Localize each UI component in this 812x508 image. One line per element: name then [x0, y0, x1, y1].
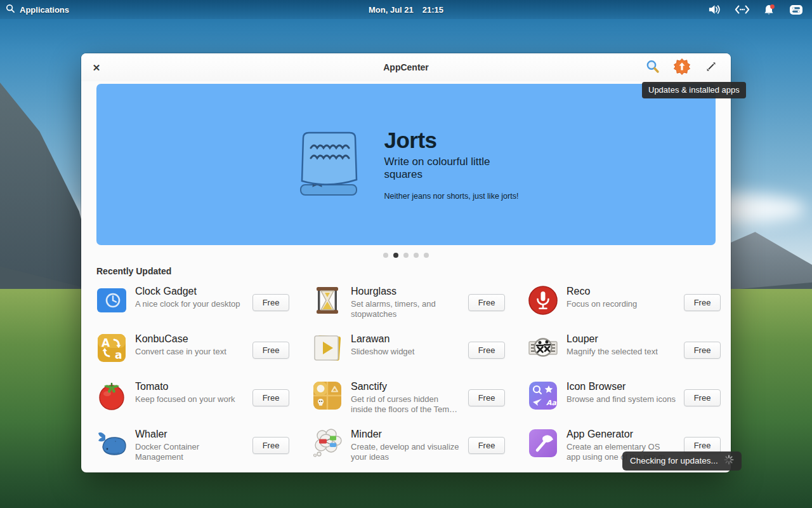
app-description: Docker Container Management: [135, 442, 244, 462]
case-convert-icon: Aa: [96, 333, 127, 363]
microphone-icon: [528, 285, 558, 316]
datetime[interactable]: Mon, Jul 2121:15: [0, 5, 812, 15]
app-name: Louper: [566, 333, 676, 345]
app-list-item[interactable]: Clock Gadget A nice clock for your deskt…: [96, 285, 289, 319]
app-description: Get rid of curses hidden inside the floo…: [351, 394, 460, 415]
app-description: Focus on recording: [566, 299, 676, 309]
app-name: Whaler: [135, 429, 244, 440]
mind-map-icon: [312, 428, 343, 458]
updates-badge-icon: [674, 58, 690, 77]
app-name: Sanctify: [351, 381, 460, 392]
app-list-item[interactable]: Minder Create, develop and visualize you…: [312, 428, 505, 462]
app-description: Browse and find system icons: [566, 394, 676, 404]
app-price-button[interactable]: Free: [684, 294, 721, 311]
jorts-app-icon: [292, 129, 367, 200]
app-name: App Generator: [566, 429, 676, 440]
app-generator-icon: [528, 428, 558, 458]
slideshow-icon: [312, 333, 343, 363]
app-list-item[interactable]: Aa KonbuCase Convert case in your text F…: [96, 333, 289, 367]
app-price-button[interactable]: Free: [468, 389, 505, 406]
app-list-item[interactable]: Hourglass Set alarms, timers, and stopwa…: [312, 285, 505, 319]
app-name: Reco: [566, 286, 676, 297]
app-list-item[interactable]: Whaler Docker Container Management Free: [96, 428, 289, 462]
app-price-button[interactable]: Free: [252, 342, 289, 359]
tooltip: Updates & installed apps: [642, 82, 746, 98]
svg-text:A: A: [102, 337, 110, 349]
app-price-button[interactable]: Free: [252, 294, 289, 311]
network-icon[interactable]: [735, 4, 750, 15]
carousel-dot[interactable]: [424, 253, 429, 258]
app-description: Convert case in your text: [135, 347, 244, 357]
app-list-item[interactable]: Reco Focus on recording Free: [528, 285, 721, 319]
volume-icon[interactable]: [708, 4, 721, 15]
app-name: Tomato: [135, 381, 244, 392]
app-list-item[interactable]: Tomato Keep focused on your work Free: [96, 380, 289, 415]
app-price-button[interactable]: Free: [684, 342, 721, 359]
carousel-dots: [81, 253, 731, 258]
banner-title: Jorts: [384, 128, 521, 153]
app-grid: Clock Gadget A nice clock for your deskt…: [96, 285, 716, 462]
toast-label: Checking for updates...: [630, 456, 718, 465]
carousel-dot[interactable]: [414, 253, 419, 258]
app-name: Clock Gadget: [135, 286, 244, 297]
app-description: A nice clock for your desktop: [135, 299, 244, 309]
icon-browser-icon: Aa: [528, 380, 558, 411]
titlebar[interactable]: ✕ AppCenter: [81, 53, 731, 81]
app-price-button[interactable]: Free: [684, 389, 721, 406]
svg-text:a: a: [115, 349, 122, 361]
spinner-icon: [724, 455, 734, 467]
app-description: Create, develop and visualize your ideas: [351, 442, 460, 462]
tomato-icon: [96, 380, 127, 411]
maximize-button[interactable]: [703, 59, 719, 76]
section-title: Recently Updated: [96, 266, 716, 276]
desktop: Applications Mon, Jul 2121:15 ✕ AppCente…: [0, 0, 812, 508]
app-list-item[interactable]: Larawan Slideshow widget Free: [312, 333, 505, 367]
updates-button[interactable]: [674, 59, 690, 76]
panel-date: Mon, Jul 21: [369, 5, 414, 15]
app-price-button[interactable]: Free: [468, 342, 505, 359]
maximize-icon: [705, 61, 717, 74]
panel-time: 21:15: [422, 5, 443, 15]
featured-banner[interactable]: Jorts Write on colourful little squares …: [96, 84, 716, 245]
magnify-text-icon: [528, 333, 558, 363]
app-name: Icon Browser: [566, 381, 676, 392]
clock-icon: [96, 285, 127, 316]
app-list-item[interactable]: Aa Icon Browser Browse and find system i…: [528, 380, 721, 415]
window-title: AppCenter: [81, 62, 731, 72]
app-name: KonbuCase: [135, 333, 244, 345]
carousel-dot[interactable]: [383, 253, 388, 258]
sanctify-icon: [312, 380, 343, 411]
carousel-dot[interactable]: [403, 253, 409, 258]
session-icon[interactable]: [789, 4, 803, 15]
notifications-icon[interactable]: [763, 4, 776, 16]
app-description: Set alarms, timers, and stopwatches: [351, 299, 460, 319]
banner-subtitle: Write on colourful little squares: [384, 156, 521, 182]
app-list-item[interactable]: Sanctify Get rid of curses hidden inside…: [312, 380, 505, 415]
banner-description: Neither jeans nor shorts, just like jort…: [384, 192, 521, 202]
carousel-dot[interactable]: [393, 253, 398, 258]
panel-indicators: [708, 4, 812, 16]
app-description: Keep focused on your work: [135, 394, 244, 404]
app-price-button[interactable]: Free: [468, 294, 505, 311]
whale-icon: [96, 428, 127, 458]
app-name: Minder: [351, 429, 460, 440]
hourglass-icon: [312, 285, 343, 316]
update-toast: Checking for updates...: [622, 451, 742, 471]
app-price-button[interactable]: Free: [468, 437, 505, 454]
app-name: Larawan: [351, 333, 460, 345]
top-panel: Applications Mon, Jul 2121:15: [0, 0, 812, 19]
applications-label: Applications: [20, 5, 69, 15]
app-description: Slideshow widget: [351, 347, 460, 357]
svg-text:Aa: Aa: [546, 399, 557, 407]
app-description: Magnify the selected text: [566, 347, 676, 357]
app-price-button[interactable]: Free: [252, 389, 289, 406]
app-name: Hourglass: [351, 286, 460, 297]
app-price-button[interactable]: Free: [252, 437, 289, 454]
search-button[interactable]: [645, 59, 661, 76]
appcenter-window: ✕ AppCenter: [81, 53, 731, 472]
search-icon: [6, 4, 15, 15]
search-icon: [645, 59, 660, 76]
applications-menu[interactable]: Applications: [0, 4, 69, 15]
app-list-item[interactable]: Louper Magnify the selected text Free: [528, 333, 721, 367]
